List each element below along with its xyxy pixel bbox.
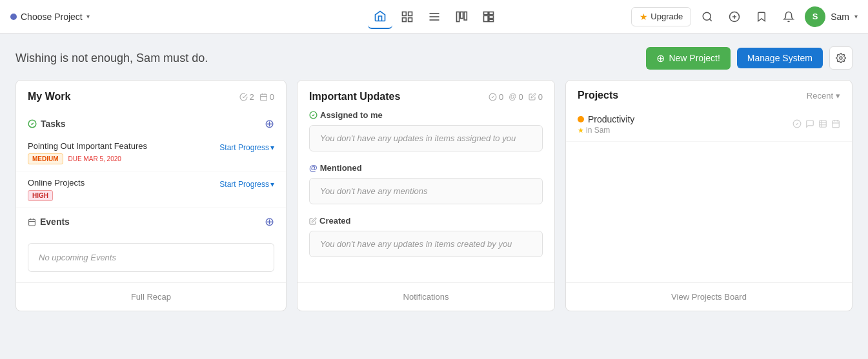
my-work-checks: 2 xyxy=(239,92,254,102)
projects-card: Projects Recent ▾ Productivity ★ in Sam xyxy=(565,80,853,311)
no-events-message: No upcoming Events xyxy=(28,243,274,272)
my-work-header: My Work 2 0 xyxy=(16,81,286,110)
nav-dashboard-button[interactable] xyxy=(476,5,501,29)
due-date-badge: DUE MAR 5, 2020 xyxy=(68,155,121,162)
task-row-1: Pointing Out Important Features Start Pr… xyxy=(28,141,274,153)
nav-list-button[interactable] xyxy=(422,5,447,29)
task-item: Pointing Out Important Features Start Pr… xyxy=(16,135,286,171)
recent-dropdown[interactable]: Recent ▾ xyxy=(807,91,840,101)
updates-title: Important Updates xyxy=(309,91,400,102)
svg-rect-14 xyxy=(489,19,493,21)
svg-rect-11 xyxy=(489,12,493,14)
project-actions xyxy=(792,119,840,130)
project-name: Productivity xyxy=(578,114,634,124)
created-empty-message: You don't have any updates in items crea… xyxy=(309,231,543,257)
avatar[interactable]: S xyxy=(805,6,825,27)
updates-header: Important Updates 0 @ 0 0 xyxy=(298,81,554,110)
bookmark-button[interactable] xyxy=(751,6,772,28)
svg-rect-12 xyxy=(483,15,488,21)
updates-mentions: @ 0 xyxy=(509,92,523,102)
settings-button[interactable] xyxy=(829,46,853,70)
mentioned-title: @ Mentioned xyxy=(309,163,543,173)
svg-rect-2 xyxy=(402,17,406,21)
mentioned-section: @ Mentioned You don't have any mentions xyxy=(298,163,554,209)
task-badges-1: MEDIUM DUE MAR 5, 2020 xyxy=(28,153,274,164)
search-button[interactable] xyxy=(696,6,718,28)
nav-grid-button[interactable] xyxy=(395,5,419,29)
svg-rect-3 xyxy=(408,17,412,21)
svg-rect-37 xyxy=(833,121,840,128)
projects-header: Projects Recent ▾ xyxy=(566,81,852,108)
svg-rect-9 xyxy=(464,12,467,20)
svg-rect-21 xyxy=(260,94,267,101)
start-progress-button-2[interactable]: Start Progress ▾ xyxy=(219,180,274,189)
user-chevron-icon: ▾ xyxy=(854,13,858,20)
project-color-dot xyxy=(578,116,584,122)
nav-center-icons xyxy=(368,5,501,29)
chevron-down-icon: ▾ xyxy=(86,13,90,20)
svg-point-20 xyxy=(840,57,842,59)
task-item-2: Online Projects Start Progress ▾ HIGH xyxy=(16,171,286,208)
priority-badge-high: HIGH xyxy=(28,190,53,201)
start-progress-button-1[interactable]: Start Progress ▾ xyxy=(219,143,274,152)
project-selector[interactable]: Choose Project ▾ xyxy=(10,12,90,22)
svg-rect-13 xyxy=(489,15,493,18)
updates-meta: 0 @ 0 0 xyxy=(489,92,543,102)
events-section: No upcoming Events xyxy=(16,233,286,282)
top-navigation: Choose Project ▾ xyxy=(0,0,868,34)
view-projects-board-link[interactable]: View Projects Board xyxy=(566,282,852,311)
upgrade-label: Upgrade xyxy=(651,12,683,21)
project-selector-label: Choose Project xyxy=(21,12,83,22)
assigned-to-me-section: Assigned to me You don't have any update… xyxy=(298,110,554,157)
nav-home-button[interactable] xyxy=(368,5,392,29)
svg-line-16 xyxy=(710,19,712,21)
priority-badge-medium: MEDIUM xyxy=(28,153,63,164)
chevron-down-icon: ▾ xyxy=(836,91,840,101)
project-dot-indicator xyxy=(10,14,17,20)
my-work-card: My Work 2 0 xyxy=(15,80,287,311)
tasks-section-title: Tasks xyxy=(28,119,66,129)
add-button[interactable] xyxy=(723,6,745,28)
important-updates-card: Important Updates 0 @ 0 0 xyxy=(297,80,555,311)
project-message-icon[interactable] xyxy=(805,119,814,130)
tasks-add-button[interactable]: ⊕ xyxy=(265,117,274,131)
header-actions: ⊕ New Project! Manage System xyxy=(646,46,853,70)
svg-rect-1 xyxy=(408,12,412,15)
svg-rect-7 xyxy=(456,12,459,21)
created-title: Created xyxy=(309,216,543,226)
notifications-button[interactable] xyxy=(778,6,800,28)
task-badges-2: HIGH xyxy=(28,190,274,201)
events-section-title: Events xyxy=(28,217,70,227)
created-section: Created You don't have any updates in it… xyxy=(298,216,554,262)
manage-system-button[interactable]: Manage System xyxy=(737,48,823,68)
notifications-link[interactable]: Notifications xyxy=(298,282,554,311)
new-project-button[interactable]: ⊕ New Project! xyxy=(646,47,730,70)
project-table-icon[interactable] xyxy=(818,119,827,130)
page-header: Wishing is not enough, Sam must do. ⊕ Ne… xyxy=(0,34,868,80)
upgrade-button[interactable]: ★ Upgrade xyxy=(631,7,691,26)
task-name-2: Online Projects xyxy=(28,178,85,188)
my-work-calendar: 0 xyxy=(259,92,274,102)
user-name[interactable]: Sam xyxy=(831,12,849,22)
project-sub: ★ in Sam xyxy=(578,126,634,135)
assigned-empty-message: You don't have any updates in items assi… xyxy=(309,125,543,151)
full-recap-link[interactable]: Full Recap xyxy=(16,282,286,311)
my-work-title: My Work xyxy=(28,91,70,102)
greeting-text: Wishing is not enough, Sam must do. xyxy=(15,52,208,65)
plus-icon: ⊕ xyxy=(656,52,665,64)
updates-checks: 0 xyxy=(489,92,503,102)
tasks-section-header: Tasks ⊕ xyxy=(16,110,286,135)
project-info: Productivity ★ in Sam xyxy=(578,114,634,135)
project-check-icon[interactable] xyxy=(792,119,802,130)
nav-board-button[interactable] xyxy=(449,5,474,29)
svg-point-15 xyxy=(703,12,711,20)
svg-rect-33 xyxy=(820,120,827,127)
star-icon: ★ xyxy=(640,12,648,22)
events-add-button[interactable]: ⊕ xyxy=(265,215,274,229)
updates-edits: 0 xyxy=(529,92,543,102)
project-calendar-icon[interactable] xyxy=(831,119,840,130)
projects-title: Projects xyxy=(578,90,618,101)
task-row-2: Online Projects Start Progress ▾ xyxy=(28,178,274,190)
svg-rect-8 xyxy=(460,12,463,18)
project-item: Productivity ★ in Sam xyxy=(566,108,852,142)
